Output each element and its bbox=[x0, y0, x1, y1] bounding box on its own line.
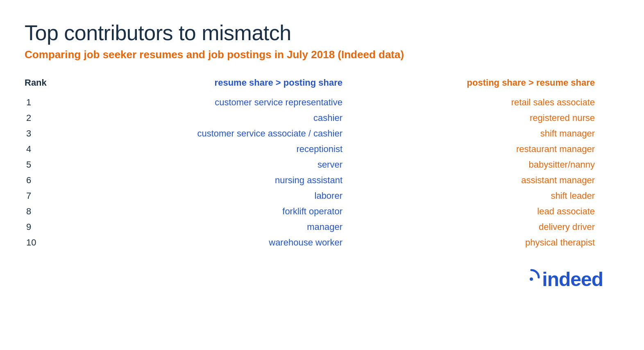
table-row: 4receptionistrestaurant manager bbox=[25, 141, 619, 157]
rank-cell: 8 bbox=[25, 206, 98, 217]
resume-cell: warehouse worker bbox=[98, 237, 359, 248]
rank-cell: 9 bbox=[25, 222, 98, 232]
rank-cell: 5 bbox=[25, 159, 98, 170]
table-row: 5serverbabysitter/nanny bbox=[25, 157, 619, 173]
rank-column-header: Rank bbox=[25, 77, 98, 88]
resume-cell: forklift operator bbox=[98, 206, 359, 217]
table-body: 1customer service representativeretail s… bbox=[25, 95, 619, 250]
resume-column-header: resume share > posting share bbox=[98, 77, 359, 88]
indeed-logo-icon bbox=[521, 267, 542, 291]
resume-cell: customer service representative bbox=[98, 97, 359, 108]
rank-cell: 10 bbox=[25, 237, 98, 248]
table-row: 6nursing assistantassistant manager bbox=[25, 173, 619, 188]
resume-cell: laborer bbox=[98, 191, 359, 201]
table-header: Rank resume share > posting share postin… bbox=[25, 77, 619, 93]
table-row: 9managerdelivery driver bbox=[25, 219, 619, 235]
posting-cell: babysitter/nanny bbox=[359, 159, 619, 170]
rank-cell: 2 bbox=[25, 113, 98, 123]
resume-cell: receptionist bbox=[98, 144, 359, 155]
table-row: 8forklift operatorlead associate bbox=[25, 204, 619, 219]
page-subtitle: Comparing job seeker resumes and job pos… bbox=[25, 48, 619, 61]
logo-container: indeed bbox=[25, 267, 619, 291]
rank-cell: 1 bbox=[25, 97, 98, 108]
posting-column-header: posting share > resume share bbox=[359, 77, 619, 88]
resume-cell: customer service associate / cashier bbox=[98, 128, 359, 139]
table-row: 7laborershift leader bbox=[25, 188, 619, 204]
posting-cell: shift leader bbox=[359, 191, 619, 201]
posting-cell: lead associate bbox=[359, 206, 619, 217]
resume-cell: server bbox=[98, 159, 359, 170]
indeed-word: indeed bbox=[542, 268, 603, 290]
table-row: 3customer service associate / cashiershi… bbox=[25, 126, 619, 141]
rank-cell: 4 bbox=[25, 144, 98, 155]
resume-cell: cashier bbox=[98, 113, 359, 123]
rank-cell: 7 bbox=[25, 191, 98, 201]
resume-cell: manager bbox=[98, 222, 359, 232]
rank-cell: 3 bbox=[25, 128, 98, 139]
posting-cell: assistant manager bbox=[359, 175, 619, 186]
posting-cell: retail sales associate bbox=[359, 97, 619, 108]
main-table: Rank resume share > posting share postin… bbox=[25, 77, 619, 250]
rank-cell: 6 bbox=[25, 175, 98, 186]
posting-cell: shift manager bbox=[359, 128, 619, 139]
table-row: 10warehouse workerphysical therapist bbox=[25, 235, 619, 250]
posting-cell: registered nurse bbox=[359, 113, 619, 123]
indeed-logo: indeed bbox=[521, 267, 603, 291]
indeed-text: indeed bbox=[542, 268, 603, 291]
posting-cell: delivery driver bbox=[359, 222, 619, 232]
svg-point-0 bbox=[530, 277, 533, 281]
table-row: 1customer service representativeretail s… bbox=[25, 95, 619, 110]
posting-cell: physical therapist bbox=[359, 237, 619, 248]
resume-cell: nursing assistant bbox=[98, 175, 359, 186]
page-title: Top contributors to mismatch bbox=[25, 20, 619, 45]
table-row: 2cashierregistered nurse bbox=[25, 110, 619, 126]
posting-cell: restaurant manager bbox=[359, 144, 619, 155]
